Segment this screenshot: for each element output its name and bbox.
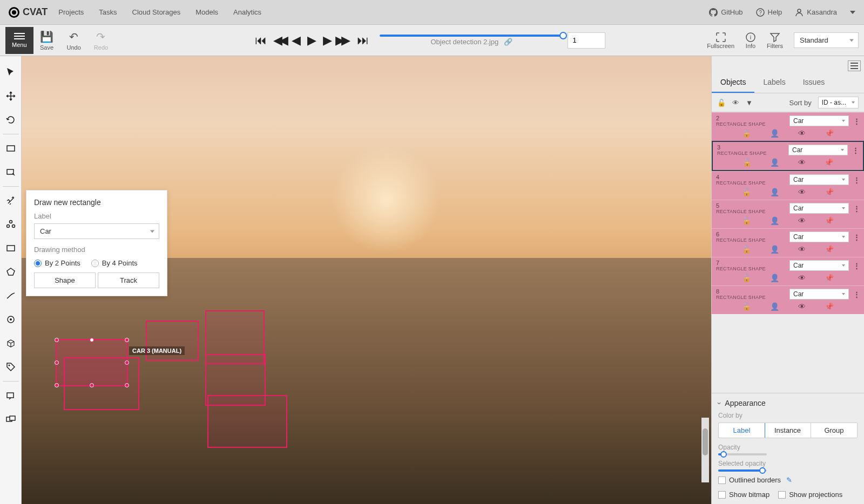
radio-2points[interactable]: By 2 Points <box>34 259 80 267</box>
play-icon[interactable]: ▶ <box>307 33 316 47</box>
user-menu[interactable]: Kasandra <box>795 8 837 17</box>
object-menu-icon[interactable]: ⋮ <box>852 146 859 154</box>
occluded-icon[interactable]: 👤 <box>770 302 779 311</box>
object-label-select[interactable]: Car <box>789 174 849 185</box>
occluded-icon[interactable]: 👤 <box>770 158 779 167</box>
polyline-tool[interactable] <box>0 284 22 308</box>
undo-button[interactable]: ↶ Undo <box>60 27 87 54</box>
github-link[interactable]: GitHub <box>709 8 742 17</box>
label-select[interactable]: Car <box>34 223 159 239</box>
object-menu-icon[interactable]: ⋮ <box>853 233 860 241</box>
object-item[interactable]: 6 RECTANGLE SHAPE Car ⋮ 🔓 👤 👁 📌 <box>712 228 864 257</box>
projections-check[interactable]: Show projections <box>778 491 842 499</box>
frame-input[interactable] <box>568 32 605 49</box>
sort-select[interactable]: ID - as... <box>818 97 859 108</box>
rotate-tool[interactable] <box>0 108 22 132</box>
prev-frame-icon[interactable]: ◀ <box>292 33 301 47</box>
sel-opacity-slider[interactable] <box>718 469 767 472</box>
logo[interactable]: CVAT <box>9 6 48 18</box>
pin-icon[interactable]: 📌 <box>825 245 834 254</box>
save-button[interactable]: 💾 Save <box>33 27 60 54</box>
visible-icon[interactable]: 👁 <box>798 129 806 138</box>
lock-all-icon[interactable]: 🔓 <box>717 99 726 107</box>
tab-objects[interactable]: Objects <box>712 72 754 93</box>
menu-button[interactable]: Menu <box>5 27 33 54</box>
object-menu-icon[interactable]: ⋮ <box>853 117 860 125</box>
pin-icon[interactable]: 📌 <box>825 274 834 282</box>
track-button[interactable]: Track <box>98 273 159 288</box>
bitmap-check[interactable]: Show bitmap <box>718 491 770 499</box>
lock-icon[interactable]: 🔓 <box>742 245 751 254</box>
bbox[interactable] <box>64 357 139 410</box>
object-item[interactable]: 5 RECTANGLE SHAPE Car ⋮ 🔓 👤 👁 📌 <box>712 200 864 228</box>
canvas-area[interactable]: CAR 3 (MANUAL) Draw new rectangle Label … <box>22 56 712 504</box>
next-frame-icon[interactable]: ◀ <box>323 33 332 47</box>
nav-projects[interactable]: Projects <box>58 8 84 16</box>
visible-icon[interactable]: 👁 <box>798 302 806 311</box>
frame-slider[interactable] <box>380 35 563 37</box>
link-icon[interactable]: 🔗 <box>504 38 512 46</box>
lock-icon[interactable]: 🔓 <box>742 274 751 282</box>
object-item[interactable]: 4 RECTANGLE SHAPE Car ⋮ 🔓 👤 👁 📌 <box>712 171 864 200</box>
visible-icon[interactable]: 👁 <box>798 245 806 254</box>
object-label-select[interactable]: Car <box>789 115 849 126</box>
object-label-select[interactable]: Car <box>789 260 849 271</box>
appearance-toggle[interactable]: › Appearance <box>718 399 858 407</box>
rectangle-tool[interactable] <box>0 236 22 260</box>
occluded-icon[interactable]: 👤 <box>770 274 779 282</box>
visible-icon[interactable]: 👁 <box>798 158 806 167</box>
opacity-slider[interactable] <box>718 453 767 455</box>
radio-4points[interactable]: By 4 Points <box>91 259 138 267</box>
shape-button[interactable]: Shape <box>34 273 96 288</box>
object-menu-icon[interactable]: ⋮ <box>853 262 860 270</box>
workspace-select[interactable]: Standard <box>794 32 859 48</box>
pin-icon[interactable]: 📌 <box>824 158 833 167</box>
cuboid-tool[interactable] <box>0 331 22 355</box>
nav-tasks[interactable]: Tasks <box>99 8 117 16</box>
last-frame-icon[interactable]: ⏭ <box>357 33 369 47</box>
lock-icon[interactable]: 🔓 <box>742 188 751 196</box>
object-menu-icon[interactable]: ⋮ <box>853 176 860 184</box>
panel-menu-icon[interactable] <box>848 60 861 71</box>
pin-icon[interactable]: 📌 <box>825 216 834 225</box>
pin-icon[interactable]: 📌 <box>825 129 834 138</box>
occluded-icon[interactable]: 👤 <box>770 245 779 254</box>
filters-button[interactable]: Filters <box>767 32 783 49</box>
lock-icon[interactable]: 🔓 <box>742 158 752 167</box>
points-tool[interactable] <box>0 308 22 331</box>
outlined-check[interactable]: Outlined borders ✎ <box>718 476 858 484</box>
fullscreen-button[interactable]: Fullscreen <box>707 32 734 49</box>
visible-all-icon[interactable]: 👁 <box>732 99 739 107</box>
tag-tool[interactable] <box>0 355 22 379</box>
pin-icon[interactable]: 📌 <box>825 302 834 311</box>
region-tool[interactable] <box>0 160 22 184</box>
occluded-icon[interactable]: 👤 <box>770 216 779 225</box>
colorby-instance[interactable]: Instance <box>765 423 811 438</box>
lock-icon[interactable]: 🔓 <box>742 129 751 138</box>
pin-icon[interactable]: 📌 <box>825 188 834 196</box>
lock-icon[interactable]: 🔓 <box>742 302 751 311</box>
object-menu-icon[interactable]: ⋮ <box>853 205 860 213</box>
first-frame-icon[interactable]: ⏮ <box>255 33 267 47</box>
cursor-tool[interactable] <box>0 60 22 84</box>
move-tool[interactable] <box>0 84 22 108</box>
tab-labels[interactable]: Labels <box>754 72 794 93</box>
ai-tool[interactable] <box>0 189 22 213</box>
issue-tool[interactable] <box>0 384 22 407</box>
fast-forward-icon[interactable]: ◀◀ <box>339 33 350 47</box>
merge-tool[interactable] <box>0 407 22 431</box>
bbox[interactable] <box>207 395 287 448</box>
visible-icon[interactable]: 👁 <box>798 188 806 196</box>
occluded-icon[interactable]: 👤 <box>770 129 779 138</box>
tab-issues[interactable]: Issues <box>794 72 833 93</box>
redo-button[interactable]: ↷ Redo <box>87 27 114 54</box>
object-label-select[interactable]: Car <box>789 231 849 242</box>
polygon-tool[interactable] <box>0 260 22 284</box>
nav-models[interactable]: Models <box>195 8 218 16</box>
help-link[interactable]: ? Help <box>756 8 782 17</box>
object-label-select[interactable]: Car <box>789 203 849 214</box>
colorby-group[interactable]: Group <box>811 423 857 438</box>
opencv-tool[interactable] <box>0 213 22 236</box>
object-label-select[interactable]: Car <box>788 145 848 155</box>
collapse-all-icon[interactable]: ▼ <box>746 99 753 107</box>
